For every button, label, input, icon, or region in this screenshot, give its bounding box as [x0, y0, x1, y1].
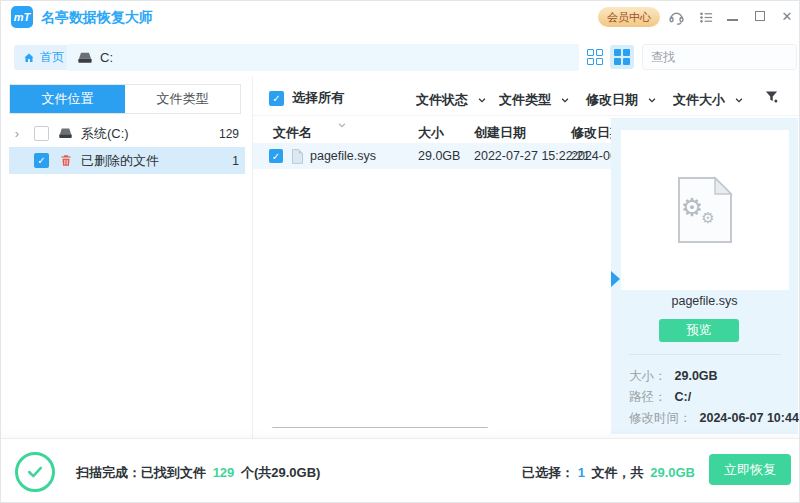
- preview-button[interactable]: 预览: [659, 319, 739, 342]
- recover-now-button[interactable]: 立即恢复: [709, 454, 791, 485]
- home-icon: [23, 52, 35, 64]
- tree-checkbox[interactable]: [34, 126, 49, 141]
- support-headset-icon[interactable]: [667, 8, 685, 26]
- filter-label: 文件大小: [673, 91, 725, 109]
- scan-total-size: 个(共29.0GB): [241, 465, 320, 480]
- filter-funnel-icon[interactable]: [764, 89, 779, 108]
- table-row[interactable]: ✓ pagefile.sys 29.0GB 2022-07-27 15:22:2…: [253, 143, 611, 169]
- home-label: 首页: [40, 49, 64, 66]
- selected-unit: 文件，共: [592, 465, 644, 480]
- detail-path-value: C:/: [675, 390, 692, 404]
- gear-small-icon: ⚙: [701, 209, 714, 227]
- sidebar: 文件位置 文件类型 › 系统(C:) 129 ✓ 已删除的文件 1: [1, 76, 253, 438]
- col-header-modified[interactable]: 修改日期: [571, 124, 611, 142]
- chevron-down-icon: [477, 95, 487, 105]
- tree-item-deleted-files[interactable]: ✓ 已删除的文件 1: [9, 147, 245, 174]
- horizontal-scrollbar[interactable]: [271, 427, 489, 428]
- sidebar-tabs: 文件位置 文件类型: [9, 84, 241, 114]
- search-box: [642, 44, 797, 70]
- app-window: mT 名亭数据恢复大师 会员中心 ✕ 首页: [0, 0, 800, 503]
- preview-filename: pagefile.sys: [611, 294, 798, 308]
- grid-filled-icon: [614, 49, 630, 65]
- col-header-created[interactable]: 创建日期: [474, 124, 526, 142]
- preview-panel: ⚙ ⚙ pagefile.sys 预览 大小：29.0GB 路径：C:/ 修改时…: [611, 118, 798, 434]
- search-input[interactable]: [643, 50, 800, 64]
- trash-icon: [59, 153, 73, 168]
- col-header-name[interactable]: 文件名: [273, 124, 312, 142]
- selected-count: 1: [578, 465, 585, 480]
- tree-item-label: 已删除的文件: [81, 152, 159, 170]
- app-title: 名亭数据恢复大师: [41, 9, 153, 27]
- selected-label: 已选择：: [522, 465, 574, 480]
- detail-modified-label: 修改时间：: [629, 411, 692, 425]
- member-center-button[interactable]: 会员中心: [598, 7, 660, 27]
- drive-tab[interactable]: C:: [67, 44, 579, 71]
- col-header-size[interactable]: 大小: [418, 124, 444, 142]
- filter-file-status[interactable]: 文件状态: [416, 91, 487, 109]
- filter-label: 修改日期: [586, 91, 638, 109]
- filter-file-size[interactable]: 文件大小: [673, 91, 744, 109]
- panel-collapse-arrow-icon[interactable]: [611, 271, 620, 287]
- detail-modified: 修改时间：2024-06-07 10:44: [629, 410, 799, 427]
- filter-modified-date[interactable]: 修改日期: [586, 91, 657, 109]
- status-bar: 扫描完成：已找到文件 129 个(共29.0GB) 已选择： 1 文件，共 29…: [1, 438, 800, 503]
- tree-item-count: 1: [232, 154, 239, 168]
- filter-toolbar: ✓ 选择所有 文件状态 文件类型 修改日期 文件大小: [253, 76, 800, 116]
- select-all-control[interactable]: ✓ 选择所有: [269, 89, 344, 107]
- detail-size-label: 大小：: [629, 369, 667, 383]
- gear-icon: ⚙: [681, 193, 703, 222]
- filter-label: 文件类型: [499, 91, 551, 109]
- detail-path-label: 路径：: [629, 390, 667, 404]
- select-all-checkbox[interactable]: ✓: [269, 91, 284, 106]
- tree-item-system-c[interactable]: › 系统(C:) 129: [9, 120, 245, 147]
- sort-chevron-icon[interactable]: [337, 116, 347, 134]
- scan-result-text: 扫描完成：已找到文件 129 个(共29.0GB): [76, 464, 320, 482]
- scan-file-count: 129: [213, 465, 235, 480]
- cell-file-name: pagefile.sys: [310, 149, 376, 163]
- drive-icon: [77, 51, 93, 65]
- scan-complete-check-icon: [15, 452, 55, 492]
- cell-modified-date: 2024-06-07 10:44: [571, 149, 611, 163]
- detail-size-value: 29.0GB: [675, 369, 718, 383]
- row-checkbox[interactable]: ✓: [269, 149, 283, 163]
- tree-item-label: 系统(C:): [81, 125, 129, 143]
- grid-view-active-button[interactable]: [610, 45, 634, 69]
- close-button[interactable]: ✕: [778, 7, 796, 25]
- drive-label: C:: [100, 50, 113, 65]
- logo-text: mT: [14, 11, 31, 23]
- filter-file-type[interactable]: 文件类型: [499, 91, 570, 109]
- maximize-button[interactable]: [751, 7, 769, 25]
- select-all-label: 选择所有: [292, 89, 344, 107]
- filter-label: 文件状态: [416, 91, 468, 109]
- file-icon: [291, 149, 304, 164]
- detail-size: 大小：29.0GB: [629, 368, 718, 385]
- expander-chevron-icon[interactable]: ›: [9, 126, 25, 141]
- tab-file-type[interactable]: 文件类型: [125, 85, 240, 113]
- selection-summary: 已选择： 1 文件，共 29.0GB: [522, 464, 695, 482]
- grid-view-button[interactable]: [583, 45, 607, 69]
- file-table: 文件名 大小 创建日期 修改日期 ✓ pagefile.sys 29.0GB 2…: [253, 116, 611, 428]
- minimize-button[interactable]: [723, 7, 741, 25]
- preview-thumbnail: ⚙ ⚙: [621, 130, 789, 290]
- tree-item-count: 129: [219, 127, 239, 141]
- grid-outline-icon: [587, 49, 603, 65]
- drive-icon: [58, 127, 73, 140]
- chevron-down-icon: [560, 95, 570, 105]
- chevron-down-icon: [734, 95, 744, 105]
- app-logo-icon: mT: [11, 6, 33, 28]
- detail-modified-value: 2024-06-07 10:44: [700, 411, 799, 425]
- preview-divider: [629, 354, 781, 355]
- tree-checkbox[interactable]: ✓: [34, 153, 49, 168]
- home-nav-chip[interactable]: 首页: [14, 45, 73, 70]
- selected-size: 29.0GB: [650, 465, 695, 480]
- menu-list-icon[interactable]: [697, 8, 715, 26]
- cell-file-size: 29.0GB: [418, 149, 460, 163]
- detail-path: 路径：C:/: [629, 389, 691, 406]
- chevron-down-icon: [647, 95, 657, 105]
- tab-file-location[interactable]: 文件位置: [10, 85, 125, 113]
- scan-result-prefix: 扫描完成：已找到文件: [76, 465, 206, 480]
